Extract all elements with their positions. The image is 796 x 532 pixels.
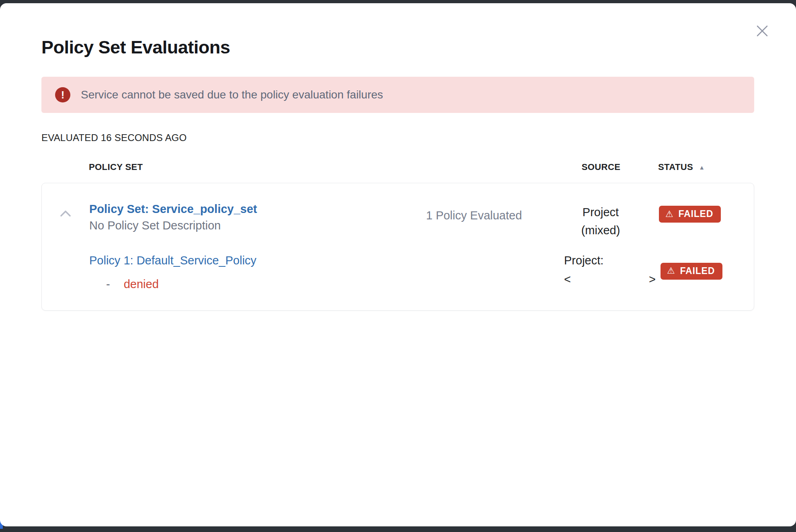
result-dash: - <box>89 278 110 291</box>
close-icon <box>754 23 770 40</box>
chevron-up-icon <box>59 209 72 220</box>
policies-evaluated-count: 1 Policy Evaluated <box>394 203 554 239</box>
status-header-label: STATUS <box>658 162 693 172</box>
policy-link[interactable]: Policy 1: Default_Service_Policy <box>89 254 256 267</box>
policy-set-card: Policy Set: Service_policy_set No Policy… <box>41 183 754 311</box>
policy-set-link[interactable]: Policy Set: Service_policy_set <box>89 203 257 216</box>
warning-triangle-icon: ⚠ <box>667 266 675 275</box>
angle-open: < <box>564 273 571 286</box>
evaluated-timestamp: EVALUATED 16 SECONDS AGO <box>41 132 754 143</box>
collapse-row-toggle[interactable] <box>42 203 89 239</box>
status-cell: ⚠ FAILED <box>647 254 754 291</box>
status-badge: ⚠ FAILED <box>659 206 721 223</box>
source-type: Project <box>554 203 647 221</box>
source-redacted-value: < > <box>564 273 656 286</box>
table-header-row: POLICY SET SOURCE STATUS ▲ <box>41 162 754 172</box>
policy-cell: Policy 1: Default_Service_Policy - denie… <box>89 254 394 291</box>
table-row: Policy Set: Service_policy_set No Policy… <box>42 183 754 239</box>
status-badge-label: FAILED <box>680 266 715 276</box>
source-detail: (mixed) <box>554 221 647 239</box>
page-title: Policy Set Evaluations <box>41 37 754 58</box>
policy-set-cell: Policy Set: Service_policy_set No Policy… <box>89 203 394 239</box>
policy-set-description: No Policy Set Description <box>89 219 394 232</box>
error-icon: ! <box>55 87 70 102</box>
column-header-status[interactable]: STATUS ▲ <box>647 162 754 172</box>
policy-set-evaluations-modal: Policy Set Evaluations ! Service cannot … <box>0 3 796 526</box>
source-cell: Project (mixed) <box>554 203 647 239</box>
policy-result-line: - denied <box>89 278 394 291</box>
warning-triangle-icon: ⚠ <box>665 210 674 219</box>
table-row: Policy 1: Default_Service_Policy - denie… <box>42 254 754 291</box>
policy-result-value: denied <box>124 278 159 291</box>
row-spacer <box>42 254 89 291</box>
column-header-source: SOURCE <box>555 162 647 172</box>
cell-spacer <box>394 254 554 291</box>
status-cell: ⚠ FAILED <box>647 203 754 239</box>
close-button[interactable] <box>753 23 771 40</box>
error-banner-text: Service cannot be saved due to the polic… <box>81 88 383 101</box>
status-badge: ⚠ FAILED <box>661 263 722 280</box>
sort-ascending-icon: ▲ <box>699 164 705 170</box>
status-badge-label: FAILED <box>679 209 714 219</box>
error-banner: ! Service cannot be saved due to the pol… <box>41 77 754 113</box>
column-header-policy-set: POLICY SET <box>89 162 394 172</box>
source-type: Project: <box>564 254 647 267</box>
source-cell: Project: < > <box>554 254 647 291</box>
